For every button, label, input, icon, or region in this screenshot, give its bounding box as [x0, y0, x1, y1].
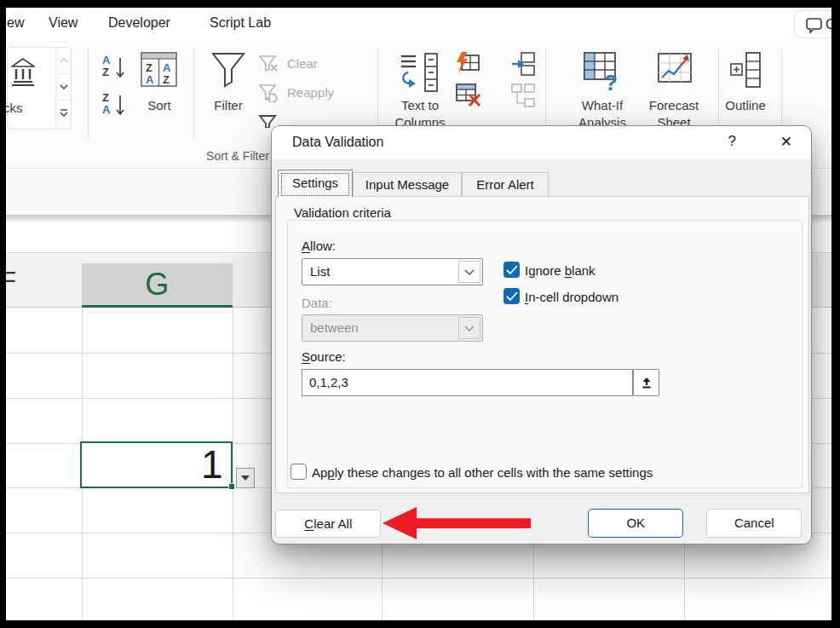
forecast-label: Forecast: [647, 98, 701, 112]
tab-input-message[interactable]: Input Message: [353, 172, 462, 197]
screen-border: [0, 0, 6, 628]
allow-label: Allow:: [302, 239, 336, 253]
excel-window: ew View Developer Script Lab C cks: [0, 0, 840, 628]
consolidate-icon[interactable]: [510, 51, 536, 77]
data-types-gallery[interactable]: cks: [7, 47, 72, 130]
gridline-v: [233, 308, 233, 620]
tab-review-partial[interactable]: ew: [7, 15, 24, 31]
filter-funnel-icon: [210, 52, 250, 89]
allow-dropdown-button[interactable]: [458, 261, 480, 283]
comments-button[interactable]: C: [794, 10, 835, 38]
tab-script-lab[interactable]: Script Lab: [210, 15, 271, 31]
gallery-scroll-up[interactable]: [56, 48, 71, 74]
tab-view[interactable]: View: [49, 15, 78, 31]
ribbon-tab-bar: ew View Developer Script Lab C: [6, 8, 831, 40]
data-value: between: [310, 320, 359, 335]
data-dropdown-button: [458, 317, 480, 339]
dropdown-triangle-icon: [241, 475, 250, 481]
filter-label: Filter: [209, 98, 248, 112]
reapply-button: Reapply: [258, 84, 343, 104]
ok-button[interactable]: OK: [588, 509, 683, 538]
svg-text:A: A: [146, 73, 154, 86]
text-to-columns-label: Text to: [394, 98, 446, 112]
tab-error-alert[interactable]: Error Alert: [462, 172, 549, 197]
sort-za-button[interactable]: Z A: [102, 94, 129, 123]
chevron-down-icon: [464, 326, 475, 331]
group-separator: [88, 49, 89, 139]
collapse-arrow-icon: [640, 377, 653, 389]
help-button[interactable]: ?: [728, 133, 736, 150]
close-button[interactable]: ✕: [780, 133, 792, 151]
svg-text:Z: Z: [163, 73, 170, 86]
ignore-blank-checkbox[interactable]: [503, 262, 520, 278]
gallery-item-label: cks: [3, 101, 23, 115]
what-if-label: What-If: [575, 98, 630, 112]
svg-text:?: ?: [604, 70, 618, 91]
data-validation-dialog: Data Validation ? ✕ Settings Input Messa…: [271, 125, 812, 544]
in-cell-dropdown-label[interactable]: In-cell dropdown: [525, 290, 618, 304]
ignore-blank-label[interactable]: Ignore blank: [525, 263, 595, 278]
sort-icon: Z A A Z: [141, 52, 178, 88]
in-cell-dropdown-checkbox[interactable]: [503, 288, 520, 304]
sort-button[interactable]: Z A A Z Sort: [141, 52, 178, 125]
fill-handle[interactable]: [228, 483, 235, 490]
gridline-h: [6, 578, 831, 579]
stocks-building-icon: [11, 58, 35, 89]
cancel-button[interactable]: Cancel: [706, 509, 802, 538]
tab-developer[interactable]: Developer: [108, 15, 170, 31]
down-arrow-icon: [115, 57, 125, 81]
in-cell-dropdown-button[interactable]: [236, 468, 255, 488]
settings-tab-panel: Validation criteria Allow: List Ignore b…: [275, 196, 809, 493]
dialog-title: Data Validation: [292, 135, 383, 150]
clear-filter-icon: [258, 55, 279, 73]
what-if-icon: ?: [584, 52, 623, 91]
forecast-icon: [657, 52, 696, 91]
clear-filter-label: Clear: [287, 56, 318, 71]
red-arrow-annotation: [375, 498, 545, 550]
selected-cell[interactable]: 1: [80, 441, 233, 488]
column-header-g[interactable]: G: [82, 263, 233, 306]
tab-focus-outline: [281, 173, 349, 196]
group-separator: [193, 49, 194, 139]
down-arrow-icon: [115, 95, 125, 118]
sort-az-button[interactable]: A Z: [102, 56, 129, 85]
sort-label: Sort: [141, 98, 178, 112]
remove-duplicates-icon[interactable]: [455, 83, 482, 108]
flash-fill-icon[interactable]: [455, 51, 480, 77]
screen-border: [0, 620, 840, 628]
collapse-dialog-button[interactable]: [633, 369, 659, 396]
gallery-scroll: [55, 48, 71, 129]
outline-label: Outline: [720, 98, 771, 112]
comment-bubble-icon: [806, 18, 823, 33]
filter-button[interactable]: Filter: [209, 52, 248, 125]
svg-text:Z: Z: [146, 61, 152, 74]
checkmark-icon: [506, 265, 518, 275]
text-to-columns-icon: [400, 52, 440, 93]
checkmark-icon: [506, 291, 518, 302]
allow-value: List: [310, 264, 330, 279]
source-label: Source:: [302, 349, 346, 364]
gallery-more-button[interactable]: [56, 101, 71, 127]
allow-combobox[interactable]: List: [302, 258, 483, 285]
gallery-scroll-down[interactable]: [56, 74, 71, 101]
data-combobox: between: [302, 314, 483, 342]
data-label: Data:: [302, 296, 332, 310]
clear-all-button[interactable]: Clear All: [275, 510, 381, 538]
reapply-label: Reapply: [287, 85, 334, 100]
reapply-icon: [258, 84, 279, 102]
apply-all-label[interactable]: Apply these changes to all other cells w…: [312, 465, 653, 480]
dialog-titlebar[interactable]: Data Validation ? ✕: [272, 126, 811, 159]
screen-border: [831, 0, 840, 628]
relationships-icon: [510, 83, 536, 108]
source-input[interactable]: 0,1,2,3: [302, 369, 633, 396]
screen-border: [0, 0, 840, 8]
svg-text:A: A: [163, 61, 171, 74]
apply-all-checkbox[interactable]: [291, 464, 307, 480]
chevron-down-icon: [464, 269, 475, 275]
clear-filter-button: Clear: [258, 55, 335, 75]
outline-icon: [729, 52, 765, 89]
validation-criteria-title: Validation criteria: [291, 205, 394, 220]
tab-settings[interactable]: Settings: [278, 170, 353, 197]
